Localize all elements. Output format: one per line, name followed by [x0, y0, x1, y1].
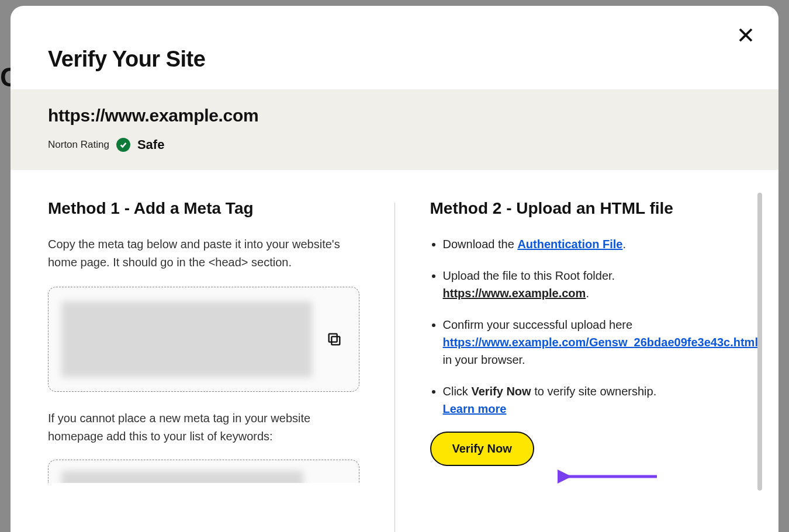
svg-rect-0: [331, 336, 340, 345]
authentication-file-link[interactable]: Authentication File: [517, 238, 622, 251]
step-upload: Upload the file to this Root folder. htt…: [443, 267, 742, 302]
check-badge-icon: [116, 138, 130, 152]
method-2-title: Method 2 - Upload an HTML file: [430, 199, 742, 218]
rating-label: Norton Rating: [48, 139, 109, 151]
site-info-bar: https://www.example.com Norton Rating Sa…: [11, 89, 778, 170]
modal-title: Verify Your Site: [48, 47, 741, 72]
method-1-column: Method 1 - Add a Meta Tag Copy the meta …: [48, 199, 359, 532]
method-1-fallback-note: If you cannot place a new meta tag in yo…: [48, 409, 359, 446]
rating-value: Safe: [137, 137, 164, 152]
column-divider: [394, 203, 395, 532]
method-1-instructions: Copy the meta tag below and paste it int…: [48, 235, 359, 272]
site-url: https://www.example.com: [48, 106, 741, 126]
method-2-column: Method 2 - Upload an HTML file Download …: [430, 199, 742, 532]
copy-icon: [326, 331, 342, 347]
copy-button[interactable]: [323, 328, 346, 351]
scrollbar-thumb[interactable]: [757, 193, 762, 491]
meta-tag-box: [48, 287, 359, 392]
method-1-title: Method 1 - Add a Meta Tag: [48, 199, 359, 218]
confirm-upload-link[interactable]: https://www.example.com/Gensw_26bdae09fe…: [443, 336, 758, 349]
modal-header: Verify Your Site: [11, 6, 778, 89]
meta-tag-content-redacted: [61, 301, 312, 377]
keyword-content-redacted: [61, 471, 303, 483]
rating-row: Norton Rating Safe: [48, 137, 741, 152]
learn-more-link[interactable]: Learn more: [443, 402, 507, 415]
step-confirm: Confirm your successful upload here http…: [443, 316, 742, 368]
step-download: Download the Authentication File.: [443, 235, 742, 253]
verify-site-modal: Verify Your Site https://www.example.com…: [11, 6, 778, 532]
step-verify: Click Verify Now to verify site ownershi…: [443, 383, 742, 418]
keyword-box: [48, 460, 359, 483]
modal-body: Method 1 - Add a Meta Tag Copy the meta …: [11, 170, 778, 532]
root-folder-url: https://www.example.com: [443, 287, 586, 300]
method-2-steps: Download the Authentication File. Upload…: [430, 235, 742, 418]
verify-now-button[interactable]: Verify Now: [430, 432, 534, 466]
svg-rect-1: [328, 334, 337, 342]
